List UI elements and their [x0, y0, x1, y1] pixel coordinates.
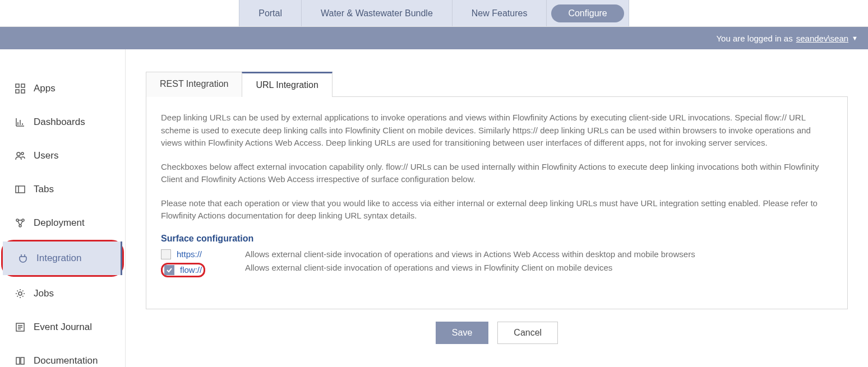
intro-paragraph-3: Please note that each operation or view … [161, 197, 833, 222]
tab-url-integration[interactable]: URL Integration [242, 72, 332, 97]
dashboards-icon [15, 117, 26, 128]
svg-rect-11 [16, 186, 25, 193]
checkbox-flow-label: flow:// [180, 265, 202, 275]
action-buttons: Save Cancel [146, 322, 848, 344]
tabs-icon [15, 184, 26, 195]
svg-rect-3 [21, 90, 25, 93]
svg-point-10 [21, 152, 24, 155]
intro-paragraph-1: Deep linking URLs can be used by externa… [161, 112, 833, 150]
sidebar-item-deployment[interactable]: Deployment [0, 206, 125, 240]
sidebar-item-integration[interactable]: Integration [3, 241, 122, 275]
sidebar-item-event-journal[interactable]: Event Journal [0, 310, 125, 344]
surface-row-https: https:// Allows external client-side inv… [161, 249, 833, 259]
svg-rect-0 [16, 84, 19, 87]
svg-line-17 [21, 221, 22, 225]
save-button[interactable]: Save [436, 322, 488, 344]
sidebar-item-label: Apps [34, 83, 56, 94]
checkbox-https[interactable] [161, 249, 171, 259]
tab-rest-integration[interactable]: REST Integration [146, 72, 242, 97]
sidebar-item-label: Tabs [34, 184, 54, 195]
checkbox-flow-desc: Allows external client-side invocation o… [245, 263, 833, 272]
svg-rect-1 [21, 84, 25, 87]
surface-config-heading: Surface configuration [161, 234, 833, 244]
documentation-icon [15, 355, 26, 366]
sidebar-item-label: Users [34, 150, 58, 161]
checkbox-flow[interactable] [164, 265, 174, 275]
sidebar-item-apps[interactable]: Apps [0, 72, 125, 105]
svg-rect-2 [16, 90, 19, 93]
login-user-link[interactable]: seandev\sean [796, 34, 848, 43]
svg-point-14 [22, 219, 24, 221]
sidebar-item-label: Documentation [34, 355, 98, 366]
sidebar-item-documentation[interactable]: Documentation [0, 344, 125, 367]
svg-point-13 [16, 219, 19, 221]
sidebar-item-users[interactable]: Users [0, 139, 125, 173]
content-area: REST Integration URL Integration Deep li… [126, 49, 868, 367]
intro-paragraph-2: Checkboxes below affect external invocat… [161, 161, 833, 186]
sidebar-item-label: Integration [36, 253, 81, 264]
sidebar-item-jobs[interactable]: Jobs [0, 277, 125, 310]
svg-point-9 [17, 152, 20, 156]
jobs-icon [15, 288, 26, 299]
top-tab-bundle[interactable]: Water & Wastewater Bundle [302, 0, 453, 26]
top-tab-portal[interactable]: Portal [239, 0, 302, 26]
login-bar: You are logged in as seandev\sean ▼ [0, 27, 868, 49]
svg-point-19 [19, 292, 22, 295]
checkbox-https-desc: Allows external client-side invocation o… [245, 249, 833, 259]
users-icon [15, 150, 26, 161]
svg-point-15 [19, 225, 21, 227]
panel-body: Deep linking URLs can be used by externa… [146, 96, 848, 309]
event-journal-icon [15, 322, 26, 333]
sidebar-item-label: Dashboards [34, 117, 85, 128]
top-tab-configure[interactable]: Configure [551, 4, 624, 22]
top-tab-features[interactable]: New Features [453, 0, 547, 26]
apps-icon [15, 83, 26, 94]
login-prefix: You are logged in as [716, 34, 792, 43]
sidebar-item-tabs[interactable]: Tabs [0, 173, 125, 206]
integration-icon [17, 253, 29, 264]
cancel-button[interactable]: Cancel [497, 322, 558, 344]
sidebar-item-label: Event Journal [34, 322, 92, 333]
top-nav: Portal Water & Wastewater Bundle New Fea… [0, 0, 868, 27]
checkbox-https-label: https:// [177, 249, 202, 259]
deployment-icon [15, 217, 26, 229]
svg-line-16 [18, 221, 20, 225]
sidebar-item-label: Deployment [34, 217, 85, 229]
sidebar: Apps Dashboards Users Tabs Deployment [0, 49, 126, 367]
sidebar-item-dashboards[interactable]: Dashboards [0, 105, 125, 139]
caret-down-icon[interactable]: ▼ [852, 35, 858, 41]
surface-row-flow: flow:// Allows external client-side invo… [161, 263, 833, 277]
sidebar-item-label: Jobs [34, 288, 54, 299]
